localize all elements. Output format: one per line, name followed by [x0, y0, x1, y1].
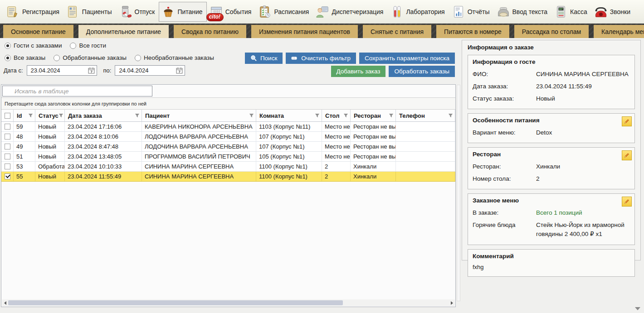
radio-guests-with-orders[interactable]: Гости с заказами [5, 42, 62, 49]
tab-nutrition-summary[interactable]: Сводка по питанию [174, 25, 246, 38]
column-header-status[interactable]: Статус [35, 110, 65, 121]
column-header-patient[interactable]: Пациент [142, 110, 256, 121]
toolbar-overflow-arrow-icon[interactable] [635, 307, 640, 310]
filter-funnel-icon[interactable] [249, 113, 254, 118]
cell-table: 2 [322, 162, 351, 171]
edit-diet-button[interactable] [622, 116, 632, 126]
tab-removed-from-nutrition[interactable]: Снятые с питания [363, 25, 431, 38]
order-menu-section: Заказное меню В заказе: Всего 1 позиций … [468, 193, 635, 245]
tab-main-nutrition[interactable]: Основное питание [3, 25, 73, 38]
cell-restaurant: Ресторан не выбран [351, 132, 396, 141]
row-checkbox[interactable] [5, 164, 10, 169]
toolbar-item-dispatching[interactable]: Диспетчеризация [313, 2, 387, 22]
toolbar-item-nutrition[interactable]: Питание [159, 2, 206, 22]
row-checkbox[interactable] [5, 124, 10, 130]
nutrition-tabbar: Основное питаниеДополнительное питаниеСв… [0, 24, 644, 38]
toolbar-item-vacation[interactable]: Отпуск [116, 2, 159, 22]
order-row-55[interactable]: 55Новый23.04.2024 11:55:49СИНИНА МАРИНА … [1, 172, 455, 182]
cell-id: 59 [14, 122, 35, 131]
toolbar-item-text-input[interactable]: Ввод текста [494, 2, 552, 22]
radio-icon [135, 55, 141, 61]
order-row-49[interactable]: 49Новый23.04.2024 8:47:48ЛОДОЧИНА ВАРВАР… [1, 142, 455, 152]
radio-all-guests[interactable]: Все гости [70, 42, 106, 49]
process-orders-button[interactable]: Обработать заказы [389, 66, 455, 77]
cell-date: 23.04.2024 11:55:49 [65, 172, 142, 181]
order-row-53[interactable]: 53Обработан23.04.2024 10:10:33СИНИНА МАР… [1, 162, 455, 172]
row-checkbox[interactable] [5, 144, 10, 149]
radio-processed-orders[interactable]: Обработанные заказы [54, 54, 127, 61]
cell-date: 23.04.2024 8:47:48 [65, 142, 142, 151]
scroll-left-button[interactable] [2, 299, 8, 306]
cupcake-icon [161, 5, 175, 19]
cell-patient: ПРОГРАММОВ ВАСИЛИЙ ПЕТРОВИЧ [142, 152, 256, 161]
toolbar-item-registration[interactable]: Регистрация [4, 2, 63, 22]
operator-icon [316, 5, 329, 19]
column-header-room[interactable]: Комната [256, 110, 322, 121]
search-button[interactable]: Поиск [245, 53, 283, 64]
filter-funnel-icon[interactable] [315, 113, 320, 118]
scrollbar-thumb[interactable] [8, 300, 343, 305]
filter-funnel-icon[interactable] [59, 113, 63, 118]
save-search-params-button[interactable]: Сохранить параметры поиска [359, 53, 455, 64]
edit-order-menu-button[interactable] [622, 197, 632, 207]
filter-funnel-icon[interactable] [448, 113, 453, 118]
column-header-restaurant[interactable]: Ресторан [351, 110, 396, 121]
toolbar-item-calls[interactable]: Звонки [591, 2, 634, 22]
radio-label: Все заказы [14, 54, 45, 61]
tab-additional-nutrition[interactable]: Дополнительное питание [78, 25, 169, 38]
column-header-table[interactable]: Стол [322, 110, 351, 121]
column-header-id[interactable]: Id [14, 110, 35, 121]
cell-date: 23.04.2024 8:10:06 [65, 132, 142, 141]
search-buttons-row: Поиск Очистить фильтр Сохранить параметр… [245, 53, 455, 64]
row-checkbox-cell [1, 172, 14, 181]
column-header-phone[interactable]: Телефон [396, 110, 455, 121]
order-row-48[interactable]: 48Новый23.04.2024 8:10:06ЛОДОЧИНА ВАРВАР… [1, 132, 455, 142]
radio-unprocessed-orders[interactable]: Необработанные заказы [135, 54, 214, 61]
horizontal-scrollbar[interactable] [2, 299, 455, 306]
vertical-scrollbar[interactable] [457, 85, 460, 301]
tab-eat-in-room[interactable]: Питаются в номере [436, 25, 509, 38]
date-to-calendar-button[interactable] [176, 67, 183, 74]
toolbar-item-schedules[interactable]: Расписания [255, 2, 313, 22]
toolbar-item-events[interactable]: Событияcito! [207, 2, 256, 22]
radio-icon [70, 43, 76, 49]
order-row-59[interactable]: 59Новый23.04.2024 17:16:06КАВЕРИНА НИКОН… [1, 122, 455, 132]
tab-menu-calendar[interactable]: Календарь меню [594, 25, 644, 38]
column-header-label: Ресторан [354, 112, 381, 119]
add-order-button[interactable]: Добавить заказ [331, 66, 386, 77]
row-checkbox[interactable] [5, 173, 10, 179]
filter-funnel-icon[interactable] [135, 113, 140, 118]
scrollbar-track[interactable] [8, 300, 449, 305]
cell-date: 23.04.2024 13:48:05 [65, 152, 142, 161]
column-header-date[interactable]: Дата заказа [65, 110, 142, 121]
row-checkbox[interactable] [5, 154, 10, 159]
column-header-label: Стол [325, 112, 339, 119]
scroll-right-button[interactable] [449, 299, 455, 306]
toolbar-item-reports[interactable]: Отчёты [449, 2, 494, 22]
date-to-input[interactable]: 24.04.2024 [115, 65, 185, 76]
tab-label: Питаются в номере [444, 28, 502, 35]
table-search-input[interactable] [2, 86, 152, 96]
filter-funnel-icon[interactable] [28, 113, 33, 118]
toolbar-item-label: Регистрация [22, 8, 59, 15]
cell-status: Обработан [35, 162, 65, 171]
toolbar-item-patients[interactable]: Пациенты [63, 2, 116, 22]
select-all-checkbox[interactable] [5, 113, 10, 119]
cell-table: Место не выбрано [322, 132, 351, 141]
toolbar-item-cash[interactable]: Касса [551, 2, 591, 22]
pencil-icon [624, 118, 630, 125]
clear-filter-button[interactable]: Очистить фильтр [286, 53, 356, 64]
date-from-calendar-button[interactable] [88, 67, 95, 74]
row-checkbox[interactable] [5, 134, 10, 140]
cell-restaurant: Ресторан не выбран [351, 152, 396, 161]
filter-funnel-icon[interactable] [389, 113, 394, 118]
radio-label: Все гости [79, 42, 106, 49]
filter-funnel-icon[interactable] [343, 113, 348, 118]
edit-restaurant-button[interactable] [622, 150, 632, 160]
toolbar-item-laboratory[interactable]: Лаборатория [387, 2, 449, 22]
tab-table-seating[interactable]: Рассадка по столам [514, 25, 589, 38]
radio-all-orders[interactable]: Все заказы [5, 54, 45, 61]
date-from-input[interactable]: 23.04.2024 [27, 65, 97, 76]
order-row-51[interactable]: 51Новый23.04.2024 13:48:05ПРОГРАММОВ ВАС… [1, 152, 455, 162]
tab-nutrition-changes[interactable]: Изменения питания пациентов [251, 25, 358, 38]
